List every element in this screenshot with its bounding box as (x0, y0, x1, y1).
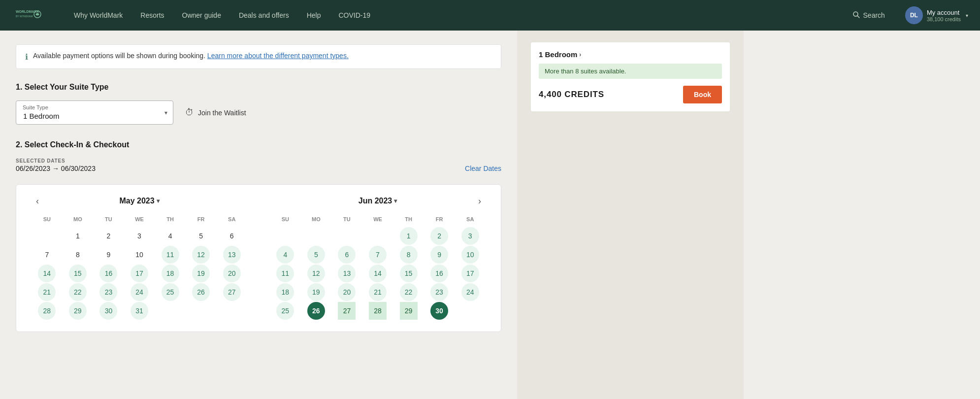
availability-badge: More than 8 suites available. (539, 64, 722, 79)
empty-day (276, 227, 294, 245)
calendar-day[interactable]: 29 (400, 302, 418, 320)
calendar-day[interactable]: 26 (307, 302, 325, 320)
suite-select-wrapper: Suite Type 1 Bedroom 2 Bedroom Studio ▾ (16, 100, 173, 125)
next-month-button[interactable]: › (474, 194, 485, 208)
nav-why-worldmark[interactable]: Why WorldMark (67, 7, 130, 23)
calendar-day[interactable]: 30 (99, 302, 117, 320)
calendar-day[interactable]: 20 (223, 265, 241, 282)
calendar-container: ‹ May 2023 ▾ SUMOTUWETHFRSA1234567891011… (16, 184, 501, 332)
calendar-day[interactable]: 14 (38, 265, 56, 282)
calendar-day[interactable]: 10 (131, 246, 148, 264)
calendar-day[interactable]: 5 (192, 227, 210, 245)
calendar-day[interactable]: 23 (99, 283, 117, 301)
day-header: SA (455, 214, 485, 226)
calendar-day[interactable]: 3 (131, 227, 148, 245)
nav-help[interactable]: Help (300, 7, 328, 23)
calendar-day[interactable]: 20 (338, 283, 356, 301)
calendar-day[interactable]: 29 (69, 302, 87, 320)
calendar-day[interactable]: 22 (400, 283, 418, 301)
calendar-day[interactable]: 26 (192, 283, 210, 301)
calendar-day[interactable]: 28 (369, 302, 387, 320)
search-label: Search (863, 11, 885, 19)
info-banner-text: Available payment options will be shown … (33, 52, 349, 60)
nav-owner-guide[interactable]: Owner guide (175, 7, 228, 23)
calendar-day[interactable]: 11 (162, 246, 179, 264)
calendar-day[interactable]: 17 (461, 265, 479, 282)
day-header: TH (393, 214, 424, 226)
clear-dates-button[interactable]: Clear Dates (465, 165, 501, 172)
calendar-day[interactable]: 16 (430, 265, 448, 282)
calendar-day[interactable]: 3 (461, 227, 479, 245)
payment-types-link[interactable]: Learn more about the different payment t… (207, 52, 349, 60)
calendar-day[interactable]: 8 (69, 246, 87, 264)
calendar-day[interactable]: 7 (38, 246, 56, 264)
calendar-day[interactable]: 1 (400, 227, 418, 245)
calendar-day[interactable]: 27 (223, 283, 241, 301)
calendar-day[interactable]: 19 (192, 265, 210, 282)
logo[interactable]: WORLDMARK BY WYNDHAM (12, 5, 51, 26)
jun-month-title: Jun 2023 ▾ (359, 197, 397, 205)
calendar-day[interactable]: 13 (223, 246, 241, 264)
calendar-day[interactable]: 21 (38, 283, 56, 301)
calendar-day[interactable]: 24 (461, 283, 479, 301)
calendar-day[interactable]: 22 (69, 283, 87, 301)
account-credits: 38,100 credits (927, 16, 961, 22)
calendar-day[interactable]: 27 (338, 302, 356, 320)
calendar-day[interactable]: 18 (162, 265, 179, 282)
calendar-day[interactable]: 8 (400, 246, 418, 264)
calendar-day[interactable]: 18 (276, 283, 294, 301)
chevron-down-icon: ▾ (157, 198, 160, 204)
selected-dates-label: SELECTED DATES (16, 158, 96, 164)
waitlist-button[interactable]: ⏱ Join the Waitlist (185, 107, 246, 118)
calendar-day[interactable]: 14 (369, 265, 387, 282)
calendar-day[interactable]: 19 (307, 283, 325, 301)
empty-day (369, 227, 387, 245)
calendar-day[interactable]: 12 (192, 246, 210, 264)
calendar-day[interactable]: 9 (99, 246, 117, 264)
may-calendar-grid: SUMOTUWETHFRSA12345678910111213141516171… (32, 214, 247, 320)
calendar-day[interactable]: 13 (338, 265, 356, 282)
calendar-day[interactable]: 1 (69, 227, 87, 245)
calendar-day[interactable]: 28 (38, 302, 56, 320)
nav-resorts[interactable]: Resorts (133, 7, 171, 23)
may-calendar: ‹ May 2023 ▾ SUMOTUWETHFRSA1234567891011… (32, 197, 247, 320)
book-button[interactable]: Book (683, 86, 722, 103)
calendar-day[interactable]: 9 (430, 246, 448, 264)
calendar-day[interactable]: 4 (276, 246, 294, 264)
calendar-day[interactable]: 5 (307, 246, 325, 264)
calendar-day[interactable]: 2 (99, 227, 117, 245)
account-menu[interactable]: DL My account 38,100 credits ▾ (905, 6, 968, 24)
calendar-day[interactable]: 11 (276, 265, 294, 282)
calendar-day[interactable]: 15 (400, 265, 418, 282)
calendar-day[interactable]: 12 (307, 265, 325, 282)
calendar-day[interactable]: 25 (276, 302, 294, 320)
avatar: DL (905, 6, 923, 24)
prev-month-button[interactable]: ‹ (32, 194, 43, 208)
search-button[interactable]: Search (844, 6, 893, 25)
chevron-down-icon: ▾ (394, 198, 397, 204)
clock-icon: ⏱ (185, 107, 194, 118)
calendar-day[interactable]: 31 (131, 302, 148, 320)
calendar-day[interactable]: 7 (369, 246, 387, 264)
suite-type-select[interactable]: 1 Bedroom 2 Bedroom Studio (16, 100, 173, 125)
calendar-day[interactable]: 30 (430, 302, 448, 320)
nav-deals-offers[interactable]: Deals and offers (232, 7, 296, 23)
nav-covid19[interactable]: COVID-19 (331, 7, 377, 23)
empty-day (338, 227, 356, 245)
calendar-day[interactable]: 6 (338, 246, 356, 264)
calendar-day[interactable]: 16 (99, 265, 117, 282)
calendar-day[interactable]: 10 (461, 246, 479, 264)
calendar-day[interactable]: 25 (162, 283, 179, 301)
calendar-day[interactable]: 15 (69, 265, 87, 282)
selected-dates-value: 06/26/2023 → 06/30/2023 (16, 165, 96, 172)
credits-row: 4,400 CREDITS Book (539, 86, 722, 103)
calendar-day[interactable]: 17 (131, 265, 148, 282)
calendar-day[interactable]: 21 (369, 283, 387, 301)
calendar-day[interactable]: 23 (430, 283, 448, 301)
calendar-day[interactable]: 4 (162, 227, 179, 245)
jun-calendar-header: Jun 2023 ▾ › (270, 197, 485, 205)
calendar-day[interactable]: 24 (131, 283, 148, 301)
calendar-day[interactable]: 2 (430, 227, 448, 245)
calendar-day[interactable]: 6 (223, 227, 241, 245)
booking-card: 1 Bedroom › More than 8 suites available… (531, 42, 730, 111)
